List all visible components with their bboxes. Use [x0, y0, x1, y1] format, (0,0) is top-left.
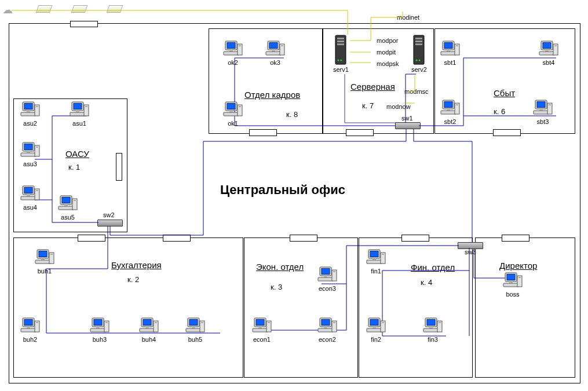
server-serv2: serv2: [411, 35, 427, 73]
host-label: sbt4: [543, 59, 555, 66]
host-label: sbt2: [444, 118, 456, 125]
svg-rect-164: [322, 320, 330, 326]
pc-icon: [90, 317, 109, 335]
host-label: asu1: [72, 120, 86, 127]
svg-rect-148: [186, 328, 201, 332]
host-label: asu3: [23, 160, 37, 167]
host-label: fin2: [371, 336, 381, 343]
server-icon: [335, 35, 346, 65]
svg-rect-142: [140, 328, 155, 332]
svg-rect-76: [59, 206, 74, 210]
svg-rect-128: [24, 320, 32, 326]
workstation-fin1: fin1: [366, 249, 386, 275]
pc-icon: [440, 41, 460, 58]
svg-point-203: [416, 59, 418, 61]
host-label: econ3: [319, 285, 336, 292]
pc-icon: [20, 185, 40, 203]
svg-point-204: [419, 59, 421, 61]
host-layer: asu2 asu1 asu3: [0, 0, 588, 391]
svg-rect-78: [74, 200, 76, 201]
workstation-buh2: buh2: [20, 317, 40, 343]
pc-icon: [35, 249, 54, 266]
svg-rect-64: [21, 153, 36, 156]
svg-rect-80: [227, 43, 235, 49]
svg-rect-202: [415, 43, 422, 45]
svg-rect-74: [62, 198, 70, 203]
workstation-sbt2: sbt2: [440, 100, 460, 125]
host-label: buh5: [188, 336, 202, 343]
svg-rect-132: [36, 322, 38, 323]
svg-rect-156: [333, 271, 335, 272]
svg-rect-94: [224, 112, 239, 116]
svg-rect-126: [50, 254, 53, 255]
host-label: asu5: [61, 214, 75, 221]
host-label: serv2: [411, 66, 427, 73]
svg-rect-166: [318, 328, 333, 332]
svg-rect-116: [537, 102, 545, 108]
svg-rect-196: [337, 43, 344, 45]
workstation-sbt4: sbt4: [539, 41, 558, 66]
workstation-buh4: buh4: [139, 317, 159, 343]
svg-rect-60: [85, 106, 87, 107]
host-label: sbt3: [537, 118, 549, 125]
svg-point-198: [341, 59, 342, 61]
pc-icon: [252, 317, 272, 335]
svg-rect-200: [415, 38, 422, 39]
svg-rect-54: [36, 106, 38, 107]
workstation-asu1: asu1: [70, 101, 89, 127]
svg-rect-178: [367, 328, 382, 332]
pc-icon: [20, 142, 40, 159]
svg-rect-144: [155, 322, 157, 323]
svg-rect-186: [439, 322, 441, 323]
host-label: asu4: [23, 204, 37, 211]
pc-icon: [317, 266, 337, 284]
svg-rect-190: [503, 283, 518, 287]
svg-rect-82: [224, 52, 239, 55]
svg-rect-172: [367, 260, 382, 264]
pc-icon: [366, 249, 386, 266]
svg-rect-160: [253, 328, 268, 332]
svg-point-197: [338, 59, 339, 61]
svg-rect-201: [415, 41, 422, 42]
workstation-sbt1: sbt1: [440, 41, 460, 66]
pc-icon: [503, 272, 523, 290]
svg-rect-56: [74, 104, 82, 109]
workstation-ok2: ok2: [223, 41, 243, 66]
host-label: serv1: [333, 66, 349, 73]
svg-rect-170: [370, 251, 378, 257]
pc-icon: [139, 317, 159, 335]
svg-rect-130: [21, 328, 36, 332]
workstation-econ2: econ2: [317, 317, 337, 343]
svg-rect-174: [382, 254, 384, 255]
svg-rect-168: [333, 322, 335, 323]
svg-rect-194: [337, 38, 344, 39]
pc-icon: [223, 41, 243, 58]
svg-rect-58: [70, 112, 85, 116]
workstation-sbt3: sbt3: [533, 100, 553, 125]
svg-rect-70: [21, 196, 36, 200]
svg-rect-108: [554, 45, 557, 46]
pc-icon: [58, 195, 78, 213]
pc-icon: [539, 41, 558, 58]
host-label: econ2: [319, 336, 336, 343]
host-label: fin1: [371, 268, 381, 275]
host-label: econ1: [253, 336, 271, 343]
svg-rect-146: [189, 320, 198, 326]
pc-icon: [366, 317, 386, 335]
svg-rect-114: [456, 104, 458, 105]
svg-rect-92: [227, 104, 235, 109]
workstation-asu5: asu5: [58, 195, 78, 221]
svg-rect-96: [239, 106, 241, 107]
svg-rect-140: [143, 320, 151, 326]
server-icon: [413, 35, 425, 65]
svg-rect-134: [94, 320, 102, 326]
svg-rect-102: [456, 45, 458, 46]
svg-rect-124: [35, 260, 50, 264]
svg-rect-118: [534, 111, 549, 114]
host-label: ok1: [228, 120, 238, 127]
svg-rect-120: [549, 104, 551, 105]
svg-rect-62: [24, 144, 32, 150]
svg-rect-152: [322, 269, 330, 275]
pc-icon: [265, 41, 285, 58]
svg-rect-100: [441, 52, 456, 55]
